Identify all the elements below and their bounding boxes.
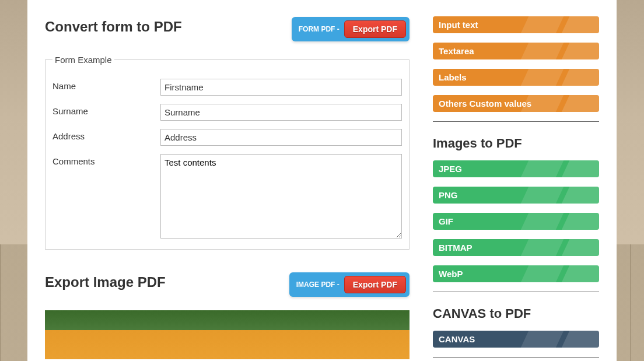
sidebar-group-form: Input text Textarea Labels Others Custom… [433,16,599,122]
tag-jpeg[interactable]: JPEG [433,160,599,177]
section-title: Convert form to PDF [45,19,182,35]
form-row-address: Address [52,129,402,146]
name-label: Name [52,79,160,91]
image-pdf-pill: IMAGE PDF - Export PDF [289,272,410,297]
form-pdf-pill: FORM PDF - Export PDF [292,17,410,41]
form-legend: Form Example [52,55,114,65]
pill-prefix: FORM PDF - [299,25,340,33]
tag-labels[interactable]: Labels [433,69,599,86]
export-image-pdf-section: Export Image PDF IMAGE PDF - Export PDF [45,267,410,359]
page-container: Convert form to PDF FORM PDF - Export PD… [27,0,617,361]
divider [433,121,599,122]
address-label: Address [52,129,160,141]
tag-webp[interactable]: WebP [433,265,599,282]
section-title: Export Image PDF [45,274,166,290]
address-input[interactable] [160,129,402,146]
comments-label: Comments [52,154,160,166]
image-preview [45,310,410,359]
divider [433,357,599,358]
section-header: Convert form to PDF FORM PDF - Export PD… [45,12,410,47]
form-row-surname: Surname [52,104,402,121]
tag-input-text[interactable]: Input text [433,16,599,33]
form-row-name: Name [52,79,402,96]
tag-png[interactable]: PNG [433,187,599,204]
sidebar-heading-images: Images to PDF [433,136,599,151]
form-to-pdf-section: Convert form to PDF FORM PDF - Export PD… [45,12,410,250]
tag-gif[interactable]: GIF [433,213,599,230]
sidebar: Input text Textarea Labels Others Custom… [433,0,599,361]
export-form-pdf-button[interactable]: Export PDF [344,20,406,38]
sidebar-heading-canvas: CANVAS to PDF [433,306,599,321]
tag-bitmap[interactable]: BITMAP [433,239,599,256]
tag-canvas[interactable]: CANVAS [433,331,599,348]
surname-input[interactable] [160,104,402,121]
section-header: Export Image PDF IMAGE PDF - Export PDF [45,267,410,302]
main-column: Convert form to PDF FORM PDF - Export PD… [45,0,410,361]
tag-textarea[interactable]: Textarea [433,43,599,59]
surname-label: Surname [52,104,160,116]
sidebar-group-canvas: CANVAS [433,331,599,358]
form-row-comments: Comments Test contents [52,154,402,239]
divider [433,292,599,292]
pill-prefix: IMAGE PDF - [296,281,340,289]
tag-others-custom[interactable]: Others Custom values [433,95,599,112]
name-input[interactable] [160,79,402,96]
sidebar-group-images: JPEG PNG GIF BITMAP WebP [433,160,599,292]
comments-textarea[interactable]: Test contents [160,154,402,239]
form-example-fieldset: Form Example Name Surname Address Commen… [45,55,410,250]
export-image-pdf-button[interactable]: Export PDF [344,276,406,293]
